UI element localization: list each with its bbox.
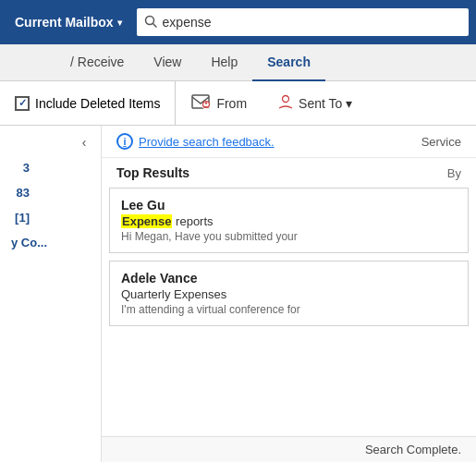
sidebar-count-2: 83 [11, 186, 30, 200]
from-icon [190, 91, 211, 115]
sidebar-count-3: [1] [11, 211, 30, 225]
from-button[interactable]: From [176, 81, 262, 125]
sidebar-count-1: 3 [11, 161, 30, 175]
table-row[interactable]: Adele Vance Quarterly Expenses I'm atten… [109, 261, 469, 326]
status-bar: Search Complete. [102, 436, 476, 462]
by-label: By [447, 166, 461, 180]
search-box [137, 8, 469, 36]
svg-point-6 [283, 96, 289, 103]
table-row[interactable]: Lee Gu Expense reports Hi Megan, Have yo… [109, 188, 469, 253]
sender-name: Adele Vance [121, 271, 457, 286]
sent-to-chevron-icon: ▾ [346, 96, 352, 111]
include-deleted-label: Include Deleted Items [35, 96, 160, 111]
svg-line-1 [153, 23, 156, 27]
sent-to-button[interactable]: Sent To ▾ [262, 81, 367, 125]
list-item[interactable]: 3 [0, 155, 101, 180]
collapse-button[interactable]: ‹ [75, 133, 93, 152]
info-icon: i [116, 133, 133, 150]
sidebar: ‹ 3 83 [1] y Co... [0, 126, 102, 462]
result-subject: Expense reports [121, 214, 457, 228]
search-icon [144, 15, 157, 30]
main-content: ‹ 3 83 [1] y Co... i Provide search feed… [0, 126, 476, 462]
tab-receive[interactable]: / Receive [55, 44, 139, 81]
service-text: Service [421, 135, 461, 149]
result-preview: I'm attending a virtual conference for [121, 303, 457, 316]
tab-help[interactable]: Help [196, 44, 252, 81]
tab-view[interactable]: View [139, 44, 196, 81]
highlight-text: Expense [121, 214, 172, 228]
search-status: Search Complete. [365, 443, 461, 456]
chevron-icon: ▾ [117, 18, 122, 28]
sent-to-label: Sent To [299, 96, 342, 111]
search-input[interactable] [163, 15, 461, 30]
list-item[interactable]: [1] [0, 205, 101, 230]
ribbon-tabs: / Receive View Help Search [0, 44, 476, 81]
header-bar: Current Mailbox ▾ [0, 0, 476, 44]
sent-to-icon [276, 92, 295, 114]
sidebar-collapse: ‹ [0, 129, 101, 155]
svg-point-5 [205, 102, 207, 103]
result-preview: Hi Megan, Have you submitted your [121, 230, 457, 243]
mailbox-label: Current Mailbox [15, 15, 114, 30]
sender-name: Lee Gu [121, 198, 457, 213]
subject-text: Quarterly Expenses [121, 287, 226, 301]
tab-search[interactable]: Search [252, 44, 325, 81]
results-header: Top Results By [102, 158, 476, 184]
feedback-link[interactable]: i Provide search feedback. [116, 133, 275, 150]
mailbox-dropdown[interactable]: Current Mailbox ▾ [7, 11, 129, 33]
include-deleted-checkbox[interactable] [15, 96, 30, 111]
feedback-text: Provide search feedback. [139, 135, 275, 149]
top-results-label: Top Results [116, 165, 189, 180]
feedback-bar: i Provide search feedback. Service [102, 126, 476, 158]
list-item[interactable]: 83 [0, 180, 101, 205]
result-subject: Quarterly Expenses [121, 287, 457, 301]
sidebar-count-4: y Co... [11, 236, 47, 249]
results-pane: i Provide search feedback. Service Top R… [102, 126, 476, 462]
sidebar-items: 3 83 [1] y Co... [0, 155, 101, 255]
include-deleted-group: Include Deleted Items [7, 81, 176, 125]
subject-after: reports [172, 214, 213, 228]
from-label: From [216, 96, 247, 111]
list-item[interactable]: y Co... [0, 230, 101, 255]
search-ribbon: Include Deleted Items From Sent To ▾ [0, 81, 476, 126]
